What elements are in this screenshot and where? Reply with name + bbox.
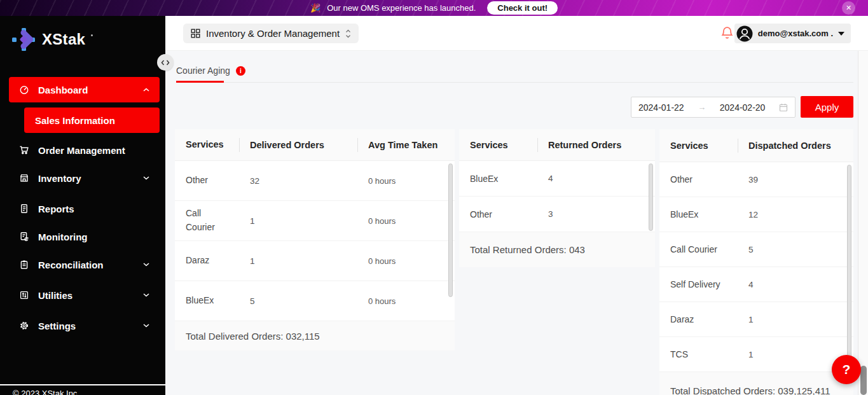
table-row: Daraz 1	[659, 302, 853, 337]
store-icon	[19, 173, 29, 183]
time-cell: 0 hours	[357, 296, 455, 306]
sidebar-item-reports[interactable]: Reports	[9, 198, 160, 219]
sidebar-item-settings[interactable]: Settings	[9, 315, 160, 336]
check-it-out-button[interactable]: Check it out!	[487, 1, 558, 15]
sidebar-item-order-management[interactable]: Order Management	[9, 139, 160, 161]
date-range-arrow-icon: →	[698, 102, 706, 112]
table-row: Other 39	[659, 162, 853, 197]
sidebar-item-dashboard[interactable]: Dashboard	[9, 77, 160, 102]
tab-courier-aging[interactable]: Courier Aging	[176, 66, 245, 76]
chevron-down-icon	[143, 293, 149, 297]
table-row: Other 3	[459, 197, 655, 232]
chevron-down-icon	[143, 263, 149, 267]
service-cell: BlueEx	[459, 174, 537, 184]
calendar-icon	[779, 103, 788, 112]
service-cell: TCS	[659, 349, 738, 359]
help-button[interactable]: ?	[832, 355, 861, 384]
count-cell: 5	[738, 245, 853, 254]
time-cell: 0 hours	[357, 176, 455, 186]
app-switcher[interactable]: Inventory & Order Management	[183, 24, 359, 43]
service-cell: BlueEx	[175, 294, 239, 308]
count-cell: 39	[738, 175, 853, 184]
count-cell: 1	[738, 350, 853, 359]
sidebar-item-label: Utilities	[38, 290, 72, 301]
main-content: Courier Aging 2024-01-22 → 2024-02-20 Ap…	[165, 51, 868, 395]
table-scrollbar[interactable]	[649, 163, 653, 231]
user-menu[interactable]: demo@xstak.com .	[734, 24, 851, 43]
sidebar-item-reconciliation[interactable]: Reconciliation	[9, 254, 160, 275]
date-from-value[interactable]: 2024-01-22	[638, 102, 684, 113]
sliders-icon	[19, 290, 29, 300]
page-scrollbar-thumb[interactable]	[860, 366, 867, 395]
tab-label: Courier Aging	[176, 66, 230, 76]
sidebar-collapse-toggle[interactable]	[157, 54, 174, 71]
sidebar-item-label: Monitoring	[38, 232, 87, 242]
monitoring-icon	[19, 232, 29, 242]
gear-icon	[19, 321, 29, 331]
sidebar-item-monitoring[interactable]: Monitoring	[9, 226, 160, 247]
select-caret-icon	[345, 29, 351, 38]
column-header: Services	[459, 129, 537, 160]
count-cell: 1	[239, 256, 357, 266]
delivered-orders-table: Services Delivered Orders Avg Time Taken…	[175, 129, 455, 350]
count-cell: 4	[738, 280, 853, 289]
count-cell: 12	[738, 210, 853, 219]
top-header: Inventory & Order Management demo@xstak.…	[165, 16, 868, 51]
sidebar-item-utilities[interactable]: Utilities	[9, 284, 160, 306]
table-scrollbar[interactable]	[847, 165, 851, 365]
grid-icon	[191, 29, 200, 38]
collapse-arrows-icon	[161, 60, 170, 66]
table-row: BlueEx 5 0 hours	[175, 281, 455, 321]
service-cell: Daraz	[659, 314, 738, 324]
column-header: Services	[175, 129, 239, 160]
table-row: Call Courier 1 0 hours	[175, 201, 455, 241]
sidebar-item-label: Reports	[38, 204, 74, 214]
returned-orders-table: Services Returned Orders BlueEx 4 Other …	[459, 129, 655, 267]
table-total: Total Delivered Orders: 032,115	[175, 321, 455, 350]
table-row: Daraz 1 0 hours	[175, 241, 455, 281]
app-switcher-label: Inventory & Order Management	[206, 28, 340, 39]
sidebar-item-inventory[interactable]: Inventory	[9, 167, 160, 189]
sidebar-footer-divider	[0, 384, 165, 385]
service-cell: Other	[175, 174, 239, 188]
page-scrollbar[interactable]	[858, 51, 868, 395]
service-cell: Other	[459, 209, 537, 219]
cart-icon	[19, 145, 29, 155]
caret-down-icon	[838, 32, 844, 36]
table-row: Self Delivery 4	[659, 267, 853, 302]
table-scrollbar[interactable]	[448, 163, 453, 297]
service-cell: Self Delivery	[659, 279, 738, 289]
party-popper-icon: 🎉	[310, 3, 320, 13]
table-header-row: Services Delivered Orders Avg Time Taken	[175, 129, 455, 161]
sidebar-item-sales-information[interactable]: Sales Information	[24, 107, 160, 133]
clipboard-icon	[19, 260, 29, 270]
table-row: Call Courier 5	[659, 232, 853, 267]
column-header: Services	[659, 129, 738, 162]
column-header: Delivered Orders	[239, 129, 357, 160]
logo-trademark-dot	[91, 34, 93, 36]
date-range-picker[interactable]: 2024-01-22 → 2024-02-20	[631, 97, 796, 118]
date-to-value[interactable]: 2024-02-20	[720, 102, 766, 113]
service-cell: Call Courier	[175, 207, 239, 234]
notification-bell-icon[interactable]	[721, 26, 733, 43]
chevron-down-icon	[143, 324, 149, 328]
column-header: Returned Orders	[537, 129, 655, 160]
service-cell: Other	[659, 174, 738, 184]
column-header: Dispatched Orders	[738, 129, 853, 162]
sidebar-item-label: Dashboard	[38, 85, 88, 95]
banner-close-icon[interactable]: ✕	[842, 1, 855, 15]
info-icon[interactable]	[236, 66, 245, 76]
sidebar-item-label: Order Management	[38, 145, 125, 156]
xstak-logo: XStak	[10, 26, 93, 53]
dispatched-orders-table: Services Dispatched Orders Other 39 Blue…	[659, 129, 853, 395]
chevron-down-icon	[143, 176, 149, 180]
apply-button[interactable]: Apply	[801, 96, 853, 118]
count-cell: 4	[537, 174, 655, 183]
promo-banner: 🎉 Our new OMS experience has launched. C…	[0, 0, 868, 16]
time-cell: 0 hours	[357, 256, 455, 266]
sidebar-item-label: Sales Information	[35, 115, 115, 126]
count-cell: 1	[738, 315, 853, 324]
tabs-divider	[176, 82, 853, 83]
chevron-up-icon	[143, 88, 149, 92]
time-cell: 0 hours	[357, 216, 455, 226]
